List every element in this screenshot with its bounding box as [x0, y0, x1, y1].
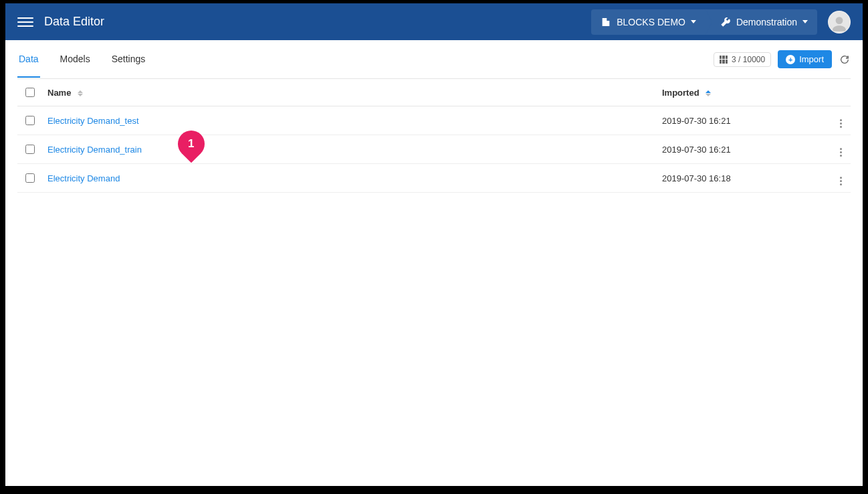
tab-data[interactable]: Data — [17, 42, 40, 78]
table-row: Electricity Demand_test 2019-07-30 16:21 — [17, 106, 851, 135]
chevron-down-icon — [802, 20, 808, 23]
tab-models[interactable]: Models — [59, 42, 92, 78]
row-checkbox[interactable] — [25, 116, 35, 125]
building-icon — [601, 17, 611, 27]
breadcrumb-org-label: BLOCKS DEMO — [617, 17, 685, 27]
sort-icon — [78, 90, 83, 96]
chevron-down-icon — [691, 20, 696, 23]
plus-icon: + — [786, 55, 795, 64]
row-count: 3 / 10000 — [714, 52, 771, 67]
select-all-checkbox[interactable] — [25, 88, 35, 97]
cell-imported: 2019-07-30 16:21 — [657, 135, 831, 164]
row-checkbox[interactable] — [25, 145, 35, 154]
kebab-icon[interactable] — [840, 119, 842, 128]
breadcrumb-project-label: Demonstration — [736, 17, 797, 27]
avatar[interactable] — [828, 11, 851, 33]
user-icon — [831, 15, 848, 33]
page-title: Data Editor — [44, 15, 104, 29]
kebab-icon[interactable] — [840, 177, 842, 185]
import-button[interactable]: + Import — [778, 50, 832, 68]
table-icon — [720, 56, 728, 64]
refresh-icon[interactable] — [839, 54, 851, 66]
wrench-icon — [720, 17, 731, 27]
row-checkbox[interactable] — [25, 173, 35, 183]
table-row: Electricity Demand 2019-07-30 16:18 — [17, 164, 851, 193]
tab-settings[interactable]: Settings — [110, 42, 147, 78]
kebab-icon[interactable] — [840, 148, 842, 157]
row-count-text: 3 / 10000 — [732, 55, 765, 64]
dataset-link[interactable]: Electricity Demand_test — [47, 116, 139, 126]
breadcrumb: BLOCKS DEMO Demonstration — [591, 9, 817, 35]
breadcrumb-org[interactable]: BLOCKS DEMO — [591, 9, 706, 35]
col-imported[interactable]: Imported — [657, 79, 831, 106]
tabbar: Data Models Settings 3 / 10000 + Import — [17, 40, 851, 79]
col-name[interactable]: Name — [42, 79, 657, 106]
annotation-number: 1 — [188, 137, 194, 151]
sort-icon — [706, 90, 711, 96]
data-table: Name Imported Electricity Demand_test 20… — [17, 79, 851, 193]
col-imported-label: Imported — [662, 88, 699, 98]
dataset-link[interactable]: Electricity Demand — [47, 173, 120, 183]
dataset-link[interactable]: Electricity Demand_train — [47, 145, 142, 155]
table-row: Electricity Demand_train 2019-07-30 16:2… — [17, 135, 851, 164]
cell-imported: 2019-07-30 16:21 — [657, 106, 831, 135]
col-name-label: Name — [47, 88, 71, 98]
cell-imported: 2019-07-30 16:18 — [657, 164, 831, 193]
import-button-label: Import — [799, 54, 824, 64]
breadcrumb-project[interactable]: Demonstration — [706, 9, 817, 35]
topbar: Data Editor BLOCKS DEMO Demonstration — [5, 3, 863, 40]
hamburger-icon[interactable] — [17, 14, 33, 30]
